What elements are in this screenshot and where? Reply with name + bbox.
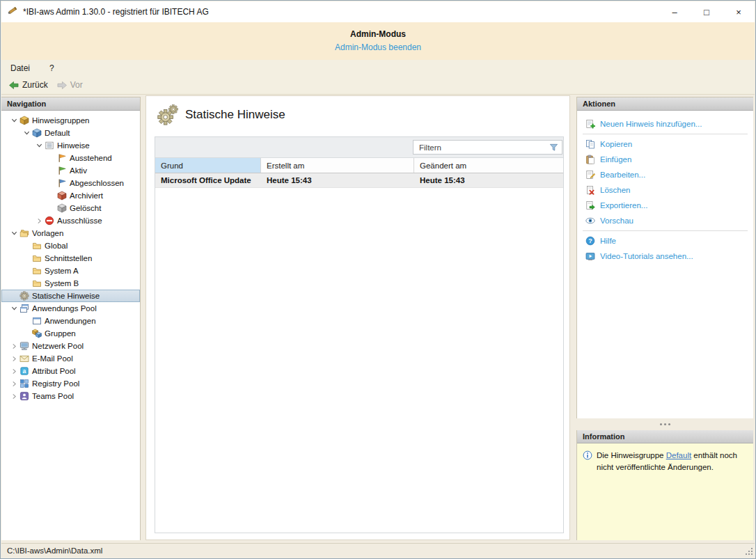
app-window: *IBI-aws Admin 1.30.0 - registriert für …: [0, 0, 756, 559]
tree-item-label: Vorlagen: [32, 229, 66, 237]
tree-item-gruppen[interactable]: Gruppen: [1, 327, 140, 340]
table-body: Microsoft Office UpdateHeute 15:43Heute …: [155, 173, 563, 188]
chevron-down-icon[interactable]: [10, 306, 18, 311]
chevron-down-icon[interactable]: [10, 230, 18, 236]
list-icon: [44, 141, 55, 150]
chevron-right-icon[interactable]: [10, 356, 18, 362]
tree-item-label: Abgeschlossen: [70, 179, 127, 187]
forward-arrow-icon: [56, 81, 68, 90]
tree-item-label: Attribut Pool: [32, 367, 79, 375]
main-panel: Statische Hinweise Filtern GrundErstellt…: [145, 95, 570, 540]
admin-mode-exit-link[interactable]: Admin-Modus beenden: [1, 42, 755, 52]
gear-icon: [19, 291, 30, 301]
chevron-right-icon[interactable]: [10, 381, 18, 387]
chevron-down-icon[interactable]: [10, 118, 18, 123]
forward-button[interactable]: Vor: [56, 80, 83, 90]
maximize-button[interactable]: □: [691, 1, 723, 22]
tree-item-label: Gelöscht: [70, 204, 104, 212]
minimize-button[interactable]: –: [659, 1, 691, 22]
filter-funnel-icon[interactable]: [549, 143, 558, 152]
tree-item-schnittstellen[interactable]: Schnittstellen: [1, 252, 140, 265]
tree-item-registry-pool[interactable]: Registry Pool: [1, 377, 140, 390]
default-group-link[interactable]: Default: [666, 451, 691, 459]
chevron-right-icon[interactable]: [10, 393, 18, 400]
tree-item-system-a[interactable]: System A: [1, 265, 140, 277]
window-icon: [31, 316, 42, 326]
statusbar: C:\IBI-aws\Admin\Data.xml: [1, 543, 755, 558]
action-hilfe[interactable]: ?Hilfe: [577, 233, 753, 249]
action-vorschau[interactable]: Vorschau: [577, 213, 753, 228]
tree-item-system-b[interactable]: System B: [1, 277, 140, 290]
tree-item-label: Registry Pool: [32, 379, 82, 388]
column-header-erstellt-am[interactable]: Erstellt am: [261, 158, 414, 173]
action-bearbeiten[interactable]: Bearbeiten...: [577, 167, 753, 182]
tree-item-label: Default: [45, 129, 72, 137]
tree-item-vorlagen[interactable]: Vorlagen: [1, 227, 140, 239]
back-label: Zurück: [22, 80, 48, 90]
tree-item-archiviert[interactable]: Archiviert: [1, 189, 140, 202]
actions-panel: Aktionen Neuen Hinweis hinzufügen...Kopi…: [576, 97, 753, 418]
folders-icon: [19, 228, 30, 238]
action-label: Einfügen: [600, 155, 631, 164]
tree-item-default[interactable]: Default: [1, 127, 140, 139]
column-header-ge-ndert-am[interactable]: Geändert am: [414, 158, 564, 173]
page-title: Statische Hinweise: [185, 108, 285, 122]
tree-item-global[interactable]: Global: [1, 239, 140, 252]
action-einf-gen[interactable]: Einfügen: [577, 152, 753, 167]
titlebar: *IBI-aws Admin 1.30.0 - registriert für …: [1, 1, 755, 22]
tree-item-abgeschlossen[interactable]: Abgeschlossen: [1, 177, 140, 189]
action-l-schen[interactable]: Löschen: [577, 182, 753, 198]
action-video-tutorials-ansehen[interactable]: Video-Tutorials ansehen...: [577, 249, 753, 264]
action-label: Löschen: [600, 186, 630, 194]
chevron-down-icon[interactable]: [35, 143, 43, 148]
tree-item-statische-hinweise[interactable]: Statische Hinweise: [1, 290, 140, 302]
box-red-icon: [56, 191, 68, 200]
menu-help[interactable]: ?: [49, 63, 54, 73]
edit-icon: [585, 170, 595, 180]
tree-item-teams-pool[interactable]: Teams Pool: [1, 390, 140, 402]
tree-item-anwendungen[interactable]: Anwendungen: [1, 315, 140, 327]
navigation-tree: HinweisgruppenDefaultHinweiseAusstehendA…: [1, 111, 140, 402]
action-label: Kopieren: [600, 140, 632, 148]
tree-item-label: Ausschlüsse: [57, 216, 105, 225]
tree-item-ausstehend[interactable]: Ausstehend: [1, 152, 140, 164]
tree-item-label: Aktiv: [70, 166, 90, 175]
boxes-icon: [31, 329, 42, 338]
info-icon: [583, 450, 592, 473]
notes-list: Filtern GrundErstellt amGeändert am Micr…: [155, 136, 564, 533]
table-row[interactable]: Microsoft Office UpdateHeute 15:43Heute …: [155, 173, 563, 188]
tree-item-hinweisgruppen[interactable]: Hinweisgruppen: [1, 114, 140, 127]
tree-item-label: E-Mail Pool: [32, 354, 76, 363]
menu-datei[interactable]: Datei: [10, 63, 30, 73]
tree-item-netzwerk-pool[interactable]: Netzwerk Pool: [1, 340, 140, 352]
action-exportieren[interactable]: Exportieren...: [577, 198, 753, 213]
svg-text:?: ?: [588, 237, 592, 244]
tree-item-gel-scht[interactable]: Gelöscht: [1, 202, 140, 214]
tree-item-ausschl-sse[interactable]: Ausschlüsse: [1, 214, 140, 227]
close-button[interactable]: ×: [723, 1, 755, 22]
tree-item-aktiv[interactable]: Aktiv: [1, 164, 140, 177]
chevron-right-icon[interactable]: [10, 343, 18, 349]
column-header-grund[interactable]: Grund: [155, 158, 261, 173]
panel-splitter[interactable]: [576, 418, 753, 430]
attribute-icon: a: [19, 366, 30, 376]
tree-item-attribut-pool[interactable]: aAttribut Pool: [1, 365, 140, 377]
action-kopieren[interactable]: Kopieren: [577, 136, 753, 152]
chevron-right-icon[interactable]: [35, 218, 43, 224]
chevron-down-icon[interactable]: [22, 130, 31, 136]
tree-item-hinweise[interactable]: Hinweise: [1, 139, 140, 152]
filter-input[interactable]: Filtern: [413, 140, 562, 155]
action-label: Bearbeiten...: [600, 171, 645, 179]
tree-item-e-mail-pool[interactable]: E-Mail Pool: [1, 352, 140, 365]
action-neuen-hinweis-hinzuf-gen[interactable]: Neuen Hinweis hinzufügen...: [577, 116, 753, 132]
action-label: Vorschau: [600, 216, 633, 225]
chevron-right-icon[interactable]: [10, 368, 18, 375]
tree-item-label: Gruppen: [45, 329, 79, 338]
tree-item-anwendungs-pool[interactable]: Anwendungs Pool: [1, 302, 140, 315]
tree-item-label: Ausstehend: [70, 154, 115, 162]
admin-mode-title: Admin-Modus: [1, 29, 755, 39]
information-panel: Information Die Hinweisgruppe Default en…: [576, 430, 753, 540]
back-button[interactable]: Zurück: [8, 80, 48, 90]
tree-item-label: Anwendungen: [45, 317, 99, 325]
resize-grip[interactable]: [744, 546, 753, 555]
